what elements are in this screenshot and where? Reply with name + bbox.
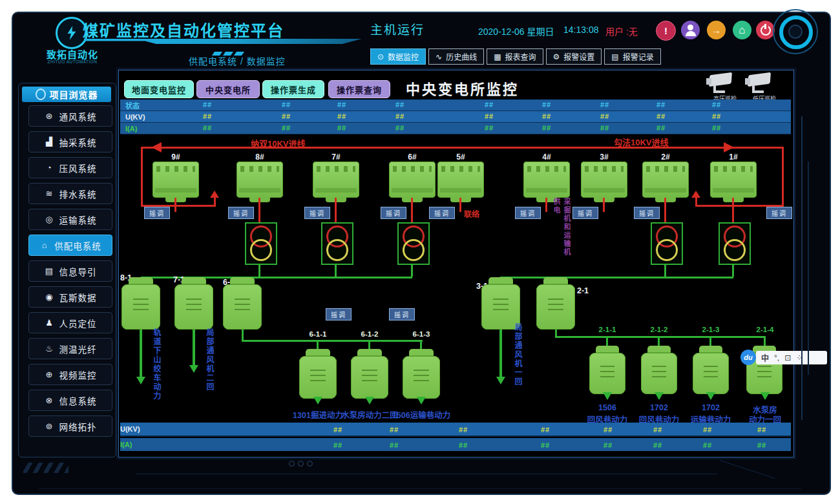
sidebar-item-drainage[interactable]: ≋排水系统 [28,183,112,204]
tab-history-curve[interactable]: ∿ 历史曲线 [428,48,484,65]
yaotiao-button[interactable]: 摇调 [572,207,598,219]
mine-switch-6-1-1[interactable] [299,356,337,399]
ime-mode-chinese[interactable]: 中 [761,352,769,363]
mine-switch-6-1-2[interactable] [351,356,388,399]
load-label: 1301掘进动力 [293,408,343,421]
switchgear-unit-2[interactable] [642,162,689,198]
tie-label: 联络 [464,208,479,219]
sidebar-item-power-supply[interactable]: ⌂供配电系统 [28,235,112,256]
transformer-2[interactable] [651,222,683,265]
globe-icon: ⊚ [45,421,55,431]
exit-icon[interactable]: → [707,21,726,39]
ellipse-icon [36,89,46,100]
bus-arrow-right [724,142,739,152]
yaotiao-button[interactable]: 摇调 [304,207,330,219]
bottom-current-value: ## [455,441,472,449]
switchgear-unit-5[interactable] [437,162,484,198]
alarm-icon[interactable]: ! [656,21,676,41]
camera-icon-low-voltage[interactable] [748,74,781,93]
transformer-1[interactable] [719,222,751,265]
mine-switch-7-1[interactable] [174,284,213,330]
mine-switch-2-1-2[interactable] [641,353,677,394]
transformer-8[interactable] [245,222,277,265]
switch-label-2-1: 2-1 [577,286,589,295]
current-value: ## [596,124,613,132]
sidebar-item-label: 排水系统 [59,187,97,200]
yaotiao-button[interactable]: 摇调 [766,207,792,219]
tab-data-monitor[interactable]: ⊙ 数据监控 [370,48,426,65]
ime-keyboard-icon[interactable]: ⊡ [784,353,791,362]
switchgear-unit-3[interactable] [581,162,627,198]
load-arrow [499,330,502,381]
bottom-current-value: ## [649,441,666,449]
sidebar-item-fiber-temp[interactable]: ♨测温光纤 [28,338,112,359]
sidebar-item-info-system[interactable]: ⊗信息系统 [28,390,112,411]
sidebar-item-compressed-air[interactable]: ◔压风系统 [28,157,112,178]
yaotiao-button[interactable]: 摇调 [326,308,352,320]
tab-report-query[interactable]: ▦ 报表查询 [487,48,543,65]
baidu-ime-logo[interactable]: du [740,350,756,365]
load-label-top: 1702 [702,403,720,412]
tech-circle-ornament [773,9,818,54]
yaotiao-button[interactable]: 摇调 [381,207,406,219]
switchgear-unit-9[interactable] [152,162,199,198]
ticket-query-button[interactable]: 操作票查询 [328,80,390,98]
transformer-7[interactable] [321,222,353,265]
load-arrow-small [606,394,609,397]
footer-baseline-decoration [39,488,801,489]
bus-elbow-right-vertical [782,147,784,206]
yaotiao-button[interactable]: 摇调 [429,207,455,219]
header-time: 14:13:08 [563,25,599,35]
mine-switch-6-1[interactable] [223,284,262,330]
yaotiao-button[interactable]: 摇调 [634,207,660,219]
central-substation-button[interactable]: 中央变电所 [196,80,260,98]
yaotiao-button[interactable]: 摇调 [515,207,541,219]
breadcrumb[interactable]: 供配电系统 / 数据监控 [189,54,286,67]
tab-label: 数据监控 [388,51,419,62]
ticket-generate-button[interactable]: 操作票生成 [262,80,324,98]
sidebar-item-ventilation[interactable]: ⊛通风系统 [28,105,112,127]
footer-dots-decoration [289,457,316,469]
ground-substation-button[interactable]: 地面变电监控 [124,80,194,98]
sidebar-item-label: 视频监控 [59,368,97,381]
user-icon[interactable] [681,21,700,39]
status-row: 状态 [120,100,791,111]
yaotiao-button[interactable]: 摇调 [144,207,170,219]
sidebar-item-extraction[interactable]: ▟抽采系统 [28,131,112,152]
user-icon-body [686,31,696,36]
tab-alarm-records[interactable]: ▤ 报警记录 [604,48,660,65]
switchgear-unit-1[interactable] [710,162,757,198]
sidebar-item-gas-data[interactable]: ◉瓦斯数据 [28,286,112,308]
vertical-load-label: 轨道下山绞车动力 [151,328,162,412]
sidebar-item-transport[interactable]: ◎运输系统 [28,209,112,230]
branch-id-6-1-2: 6-1-2 [355,330,384,338]
transformer-6[interactable] [397,222,430,265]
branch-bus-6-1 [242,340,423,342]
sidebar-item-label: 测温光纤 [59,342,97,355]
camera-icon-high-voltage[interactable] [709,74,742,93]
mine-switch-2-1-3[interactable] [693,353,729,394]
sidebar-item-network-topology[interactable]: ⊚网络拓扑 [28,415,112,437]
yaotiao-button[interactable]: 摇调 [389,308,415,320]
sidebar-item-video[interactable]: ⊕视频监控 [28,364,112,385]
header-user: 用户 :无 [605,25,638,37]
sidebar-item-info-guide[interactable]: ▤信息导引 [28,260,112,282]
sidebar-item-personnel[interactable]: ♟人员定位 [28,312,112,333]
mine-switch-2-1[interactable] [536,284,575,330]
yaotiao-button[interactable]: 摇调 [228,207,254,219]
mine-switch-6-1-3[interactable] [403,356,440,399]
flame-icon: ♨ [45,344,55,353]
switchgear-unit-4[interactable] [523,162,570,198]
switchgear-unit-8[interactable] [236,162,283,198]
mine-switch-8-1[interactable] [121,284,160,330]
voltage-value: ## [199,112,216,120]
tab-alarm-settings[interactable]: ⚙ 报警设置 [546,48,602,65]
switchgear-unit-7[interactable] [313,162,359,198]
ime-punctuation[interactable]: °, [774,353,779,362]
baidu-ime-toolbar[interactable]: 中 °, ⊡ ⁘ [756,351,827,364]
power-icon[interactable] [756,21,775,39]
mine-switch-2-1-1[interactable] [589,353,625,394]
home-icon[interactable]: ⌂ [733,21,751,39]
status-value: ## [278,101,295,109]
switchgear-unit-6[interactable] [389,162,436,198]
